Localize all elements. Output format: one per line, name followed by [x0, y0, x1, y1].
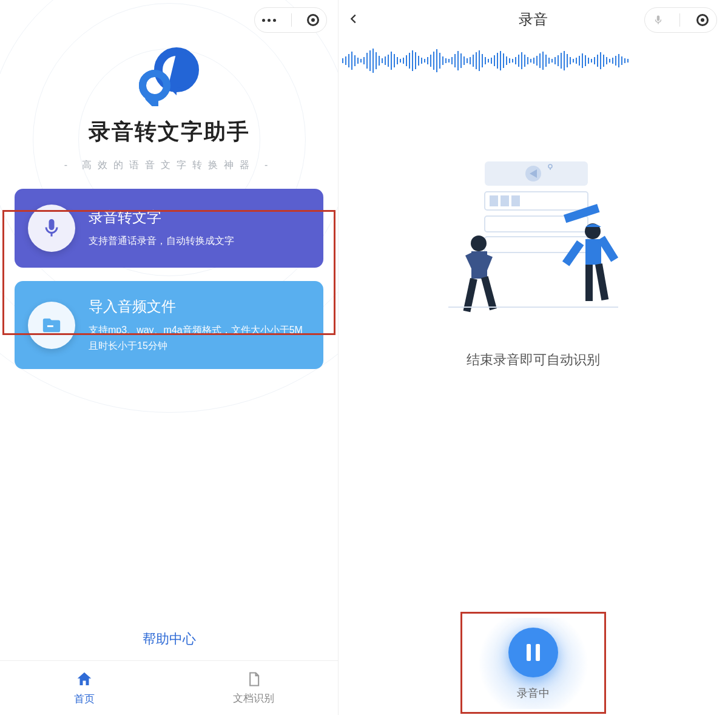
svg-rect-12 [564, 204, 599, 223]
card-desc: 支持mp3、wav、m4a音频格式，文件大小小于5M且时长小于15分钟 [89, 322, 310, 353]
tab-label: 文档识别 [233, 691, 274, 705]
pause-recording-button[interactable] [508, 628, 558, 677]
bottom-tabbar: 首页 文档识别 [0, 660, 338, 715]
svg-rect-7 [490, 195, 498, 206]
miniprogram-capsule[interactable] [644, 7, 717, 33]
tab-home[interactable]: 首页 [0, 661, 169, 715]
audio-waveform [339, 39, 728, 83]
app-subtitle: - 高效的语音文字转换神器 - [0, 159, 338, 172]
document-icon [245, 671, 262, 688]
capsule-divider [291, 13, 292, 27]
back-button[interactable] [347, 10, 360, 30]
record-to-text-card[interactable]: 录音转文字 支持普通话录音，自动转换成文字 [15, 189, 323, 268]
pause-icon [527, 644, 540, 661]
svg-point-13 [471, 236, 487, 251]
home-icon [75, 670, 93, 688]
svg-rect-23 [585, 265, 593, 301]
recording-hint: 结束录音即可自动识别 [339, 351, 728, 369]
card-desc: 支持普通话录音，自动转换成文字 [89, 233, 234, 249]
help-center-link[interactable]: 帮助中心 [0, 630, 338, 648]
miniprogram-capsule[interactable] [254, 7, 327, 33]
svg-rect-21 [562, 240, 584, 266]
record-control-area: 录音中 [339, 612, 728, 715]
more-icon[interactable] [262, 19, 276, 22]
capsule-divider [679, 13, 680, 27]
svg-rect-8 [500, 195, 509, 206]
app-logo-icon [133, 46, 206, 106]
svg-rect-2 [47, 325, 53, 327]
import-audio-card[interactable]: 导入音频文件 支持mp3、wav、m4a音频格式，文件大小小于5M且时长小于15… [15, 281, 323, 369]
record-status-label: 录音中 [517, 686, 550, 700]
close-target-icon[interactable] [307, 14, 319, 26]
svg-rect-20 [585, 239, 601, 265]
svg-rect-6 [485, 192, 588, 210]
feature-cards: 录音转文字 支持普通话录音，自动转换成文字 导入音频文件 支持mp3、wav、m… [0, 172, 338, 369]
microphone-icon[interactable] [653, 13, 664, 27]
recording-screen: 录音 [339, 0, 728, 715]
card-title: 录音转文字 [89, 208, 234, 227]
home-screen: 录音转文字助手 - 高效的语音文字转换神器 - 录音转文字 支持普通话录音，自动… [0, 0, 339, 715]
tab-document-ocr[interactable]: 文档识别 [169, 661, 339, 715]
nav-bar: 录音 [339, 0, 728, 39]
svg-rect-24 [595, 263, 608, 300]
page-title: 录音 [519, 10, 548, 29]
svg-rect-18 [481, 276, 497, 310]
microphone-icon [28, 205, 75, 252]
illustration [339, 137, 728, 344]
svg-rect-9 [511, 195, 520, 206]
folder-icon [28, 302, 75, 349]
card-title: 导入音频文件 [89, 297, 310, 316]
app-title: 录音转文字助手 [0, 117, 338, 147]
chevron-left-icon [347, 10, 360, 28]
tab-label: 首页 [74, 692, 95, 706]
close-target-icon[interactable] [696, 14, 709, 26]
